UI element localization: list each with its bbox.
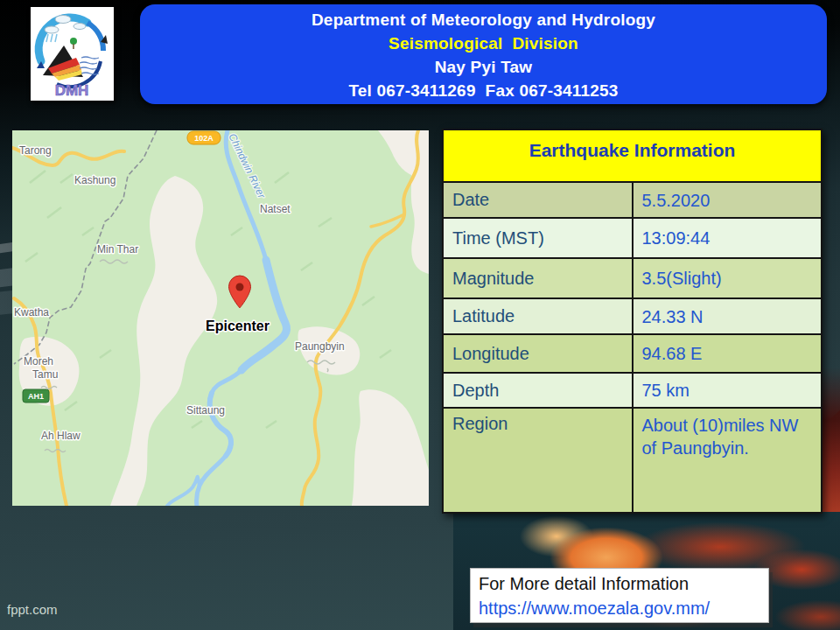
table-row-longitude: Longitude 94.68 E xyxy=(443,334,822,373)
row-value: 13:09:44 xyxy=(633,218,822,258)
table-title: Earthquake Information xyxy=(443,130,822,182)
map-label-min-thar: Min Thar xyxy=(97,243,138,256)
fppt-watermark: fppt.com xyxy=(7,602,58,617)
map-label-kwatha: Kwatha xyxy=(14,306,49,318)
dmh-logo: DMH xyxy=(31,7,114,101)
header-line-phone: Tel 067-3411269 Fax 067-3411253 xyxy=(348,79,618,102)
earthquake-info-table: Earthquake Information Date 5.5.2020 Tim… xyxy=(442,129,822,514)
row-label: Date xyxy=(443,182,633,218)
dmh-logo-art: DMH xyxy=(31,7,114,101)
table-title-row: Earthquake Information xyxy=(443,130,822,182)
website-link[interactable]: https://www.moezala.gov.mm/ xyxy=(479,596,768,620)
row-label: Region xyxy=(443,408,633,513)
map-label-sittaung: Sittaung xyxy=(186,404,225,416)
row-value: 94.68 E xyxy=(633,334,822,373)
row-value: 5.5.2020 xyxy=(633,182,822,218)
table-row-date: Date 5.5.2020 xyxy=(443,182,822,218)
logo-mountain xyxy=(43,46,83,80)
row-value: 24.33 N xyxy=(633,298,822,334)
map-label-kashung: Kashung xyxy=(74,174,116,186)
row-value: 3.5(Slight) xyxy=(633,258,822,298)
route-badge-102a: 102A xyxy=(187,131,220,144)
svg-text:102A: 102A xyxy=(194,134,214,143)
row-label: Time (MST) xyxy=(443,218,633,258)
table-row-depth: Depth 75 km xyxy=(443,373,822,408)
map-label-ah-hlaw: Ah Hlaw xyxy=(41,430,80,442)
map-label-paungbyin: Paungbyin xyxy=(295,340,345,353)
map-canvas: 102A AH1 Tarong Kashung Chindwin River N… xyxy=(12,130,429,506)
footer-info-text: For More detail Information xyxy=(479,571,768,596)
row-label: Longitude xyxy=(443,334,633,373)
map-label-natset: Natset xyxy=(260,203,290,215)
header-line-division: Seismological Division xyxy=(388,32,578,55)
table-row-latitude: Latitude 24.33 N xyxy=(443,298,822,334)
row-value: About (10)miles NW of Paungbyin. xyxy=(633,408,822,513)
logo-tree xyxy=(70,38,77,45)
table-row-time: Time (MST) 13:09:44 xyxy=(443,218,822,258)
logo-dmh-text: DMH xyxy=(55,82,89,99)
row-label: Depth xyxy=(443,373,633,408)
header-line-city: Nay Pyi Taw xyxy=(435,55,533,79)
header-line-department: Department of Meteorology and Hydrology xyxy=(312,8,655,32)
epicenter-label: Epicenter xyxy=(206,318,270,333)
table-row-magnitude: Magnitude 3.5(Slight) xyxy=(443,258,822,298)
table-row-region: Region About (10)miles NW of Paungbyin. xyxy=(443,408,822,513)
footer-info-box: For More detail Information https://www.… xyxy=(470,568,769,623)
slide: DMH Department of Meteorology and Hydrol… xyxy=(0,0,840,630)
row-label: Magnitude xyxy=(443,258,633,298)
row-label: Latitude xyxy=(443,298,633,334)
row-value: 75 km xyxy=(633,373,822,408)
logo-rain xyxy=(46,34,57,42)
logo-arc2 xyxy=(88,23,103,51)
header-banner: Department of Meteorology and Hydrology … xyxy=(140,4,827,104)
map-label-tamu: Tamu xyxy=(32,368,58,381)
route-badge-ah1: AH1 xyxy=(23,389,49,402)
epicenter-map[interactable]: 102A AH1 Tarong Kashung Chindwin River N… xyxy=(12,130,429,506)
map-label-tarong: Tarong xyxy=(19,144,52,157)
map-label-moreh: Moreh xyxy=(24,355,53,368)
svg-text:AH1: AH1 xyxy=(28,392,44,401)
